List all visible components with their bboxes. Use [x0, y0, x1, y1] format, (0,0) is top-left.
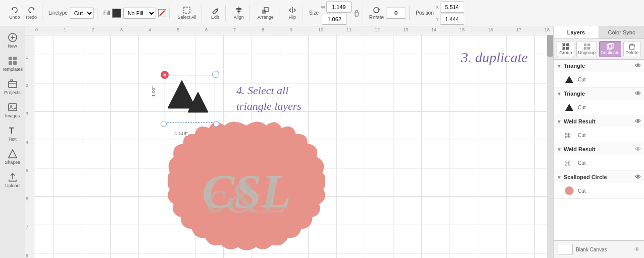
eye-scalloped[interactable]: 👁: [635, 174, 641, 181]
layer-group-header-triangle2[interactable]: ▼ Triangle 👁: [554, 88, 644, 100]
canvas-scrollbar[interactable]: [547, 26, 553, 258]
layer-group-header-weld2[interactable]: ▼ Weld Result 👁: [554, 143, 644, 155]
layer-item-triangle1-cut[interactable]: Cut: [554, 72, 644, 87]
ungroup-button[interactable]: Ungroup: [576, 41, 597, 57]
cut-label-weld1: Cut: [578, 133, 586, 138]
linetype-select[interactable]: Cut: [70, 8, 94, 19]
fill-group: Fill No Fill: [101, 8, 170, 19]
scalloped-circle[interactable]: CSL c&L: [168, 114, 325, 258]
redo-button[interactable]: Redo: [24, 5, 39, 21]
layer-item-weld1-cut[interactable]: ⌘ Cut: [554, 127, 644, 143]
sidebar-item-upload[interactable]: Upload: [2, 169, 24, 191]
undo-redo-group: Undo Redo: [4, 5, 42, 21]
sidebar-item-new[interactable]: New: [2, 29, 24, 52]
duplicate-label: Duplicate: [601, 50, 620, 55]
x-input[interactable]: [440, 2, 464, 13]
undo-button[interactable]: Undo: [7, 5, 22, 21]
svg-text:⌘: ⌘: [564, 132, 571, 140]
layer-group-header-scalloped[interactable]: ▼ Scalloped Circle 👁: [554, 171, 644, 183]
layer-group-weld1: ▼ Weld Result 👁 ⌘ Cut: [554, 115, 644, 143]
group-button[interactable]: Group: [557, 41, 574, 57]
tab-color-sync[interactable]: Color Sync: [599, 26, 644, 38]
sidebar-item-projects[interactable]: Projects: [2, 76, 24, 98]
position-label: Position: [416, 10, 434, 16]
thumb-weld2: ⌘: [564, 157, 575, 168]
y-input[interactable]: [440, 14, 464, 25]
svg-rect-27: [563, 44, 565, 46]
select-all-button[interactable]: Select All: [176, 5, 199, 21]
svg-marker-39: [565, 76, 573, 83]
panel-bottom: Blank Canvas 👁: [554, 240, 644, 258]
blank-canvas-eye[interactable]: 👁: [634, 246, 640, 253]
fill-color-swatch[interactable]: [112, 9, 121, 18]
thumb-weld1: ⌘: [564, 130, 575, 141]
fill-select[interactable]: No Fill: [123, 8, 156, 19]
ruler-mark-3: 3: [119, 26, 123, 32]
stroke-color-btn[interactable]: [158, 9, 166, 17]
arrange-button[interactable]: Arrange: [256, 5, 276, 21]
ruler-mark-2: 2: [91, 26, 94, 32]
svg-rect-16: [9, 61, 12, 65]
size-label: Size: [309, 10, 319, 16]
ruler-mark-7: 7: [232, 26, 236, 32]
align-button[interactable]: Align: [232, 5, 246, 21]
svg-rect-18: [9, 81, 17, 88]
layer-group-scalloped: ▼ Scalloped Circle 👁 Cut: [554, 171, 644, 199]
svg-rect-9: [355, 12, 358, 16]
chevron-triangle1: ▼: [557, 63, 562, 69]
delete-button[interactable]: Delete: [623, 41, 641, 57]
layer-item-weld2-cut[interactable]: ⌘ Cut: [554, 155, 644, 170]
rotate-group: Rotate: [366, 6, 410, 20]
layer-group-weld2: ▼ Weld Result 👁 ⌘ Cut: [554, 143, 644, 171]
ruler-mark-v-7: 7: [25, 225, 28, 230]
rotate-input[interactable]: [386, 8, 406, 19]
sidebar-item-shapes[interactable]: Shapes: [2, 146, 24, 168]
ruler-mark-14: 14: [430, 26, 436, 32]
ruler-mark-6: 6: [204, 26, 208, 32]
canvas-content: 3. duplicate CSL c&L ×: [34, 35, 553, 258]
height-input[interactable]: [322, 14, 347, 25]
edit-button[interactable]: Edit: [208, 5, 222, 21]
ruler-mark-4: 4: [147, 26, 151, 32]
layer-item-scalloped-cut[interactable]: Cut: [554, 183, 644, 198]
lock-icon: [354, 7, 360, 19]
chevron-triangle2: ▼: [557, 91, 562, 97]
svg-rect-3: [184, 7, 190, 13]
tab-layers[interactable]: Layers: [554, 26, 599, 38]
rotate-icon: [372, 6, 380, 14]
sidebar-item-templates[interactable]: Templates: [2, 53, 24, 75]
panel-tabs: Layers Color Sync: [554, 26, 644, 39]
blank-canvas-swatch[interactable]: [558, 244, 573, 255]
eye-triangle2[interactable]: 👁: [635, 90, 641, 97]
eye-triangle1[interactable]: 👁: [635, 62, 641, 69]
svg-rect-5: [236, 8, 241, 10]
layer-name-scalloped: Scalloped Circle: [564, 174, 607, 180]
ruler-mark-12: 12: [374, 26, 380, 32]
resize-handle-bl[interactable]: [161, 121, 167, 127]
canvas-area[interactable]: 0 1 2 3 4 5 6 7 8 9 10 11 12 13 14 15 16…: [25, 26, 553, 258]
layer-group-triangle1: ▼ Triangle 👁 Cut: [554, 60, 644, 88]
rotate-handle[interactable]: [212, 71, 219, 78]
arrange-group: Arrange: [253, 5, 279, 21]
duplicate-button[interactable]: Duplicate: [599, 41, 621, 57]
width-input[interactable]: [326, 2, 352, 13]
eye-weld1[interactable]: 👁: [635, 118, 641, 125]
ruler-mark-9: 9: [289, 26, 292, 32]
eye-weld2[interactable]: 👁: [635, 146, 641, 153]
cut-label-scalloped: Cut: [578, 188, 586, 194]
linetype-group: Linetype Cut: [45, 8, 97, 19]
projects-label: Projects: [4, 90, 21, 95]
flip-button[interactable]: Flip: [285, 5, 300, 21]
layer-item-triangle2-cut[interactable]: Cut: [554, 100, 644, 115]
sidebar-item-images[interactable]: Images: [2, 99, 24, 121]
svg-rect-33: [587, 44, 590, 46]
svg-rect-35: [587, 47, 590, 50]
triangle-selection-area[interactable]: × 1.149" 1.00": [160, 70, 220, 128]
layer-group-header-weld1[interactable]: ▼ Weld Result 👁: [554, 115, 644, 127]
layer-group-header-triangle1[interactable]: ▼ Triangle 👁: [554, 60, 644, 72]
layer-name-weld2: Weld Result: [564, 146, 596, 152]
ruler-mark-17: 17: [515, 26, 521, 32]
ruler-mark-10: 10: [317, 26, 323, 32]
sidebar-item-text[interactable]: T Text: [2, 122, 24, 145]
ruler-mark-13: 13: [402, 26, 408, 32]
